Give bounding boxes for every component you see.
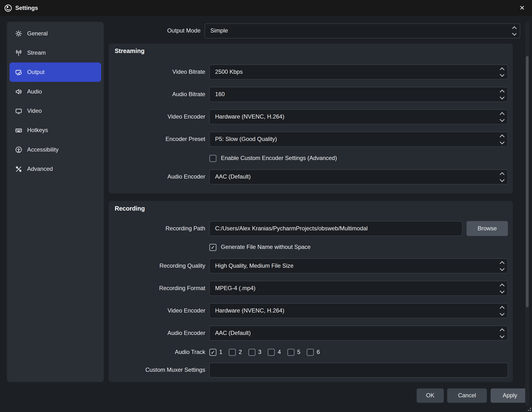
chevron-down-icon[interactable]	[500, 117, 504, 122]
scrollbar-thumb[interactable]	[526, 56, 529, 307]
video-encoder-label: Video Encoder	[114, 113, 205, 120]
sidebar-item-label: Hotkeys	[27, 127, 48, 134]
resize-grip[interactable]	[526, 406, 531, 411]
chevron-down-icon[interactable]	[500, 288, 504, 293]
output-icon	[15, 69, 22, 76]
recording-video-encoder-select[interactable]: Hardware (NVENC, H.264)	[209, 303, 508, 318]
browse-button[interactable]: Browse	[466, 221, 508, 236]
sidebar-item-advanced[interactable]: Advanced	[10, 159, 101, 178]
sidebar-item-output[interactable]: Output	[10, 62, 101, 82]
recording-format-row: Recording Format MPEG-4 (.mp4)	[114, 281, 508, 296]
encoder-preset-select[interactable]: P5: Slow (Good Quality)	[209, 132, 508, 147]
chevron-down-icon[interactable]	[500, 311, 504, 316]
chevron-up-icon[interactable]	[500, 89, 504, 94]
keyboard-icon	[15, 127, 22, 134]
scrollbar-track[interactable]	[525, 22, 529, 406]
stream-audio-encoder-select[interactable]: AAC (Default)	[209, 169, 508, 184]
custom-muxer-label: Custom Muxer Settings	[114, 367, 205, 373]
audio-track-5-checkbox[interactable]	[287, 349, 295, 356]
audio-track-3-checkbox[interactable]	[248, 349, 256, 356]
audio-track-3: 3	[248, 349, 261, 356]
audio-track-1-checkbox[interactable]	[209, 349, 217, 356]
spinner	[501, 110, 504, 124]
audio-track-5: 5	[287, 349, 300, 356]
stream-video-encoder-value: Hardware (NVENC, H.264)	[215, 113, 285, 120]
chevron-up-icon[interactable]	[500, 134, 504, 139]
sidebar-item-label: Video	[27, 108, 42, 114]
generate-filename-checkbox[interactable]	[209, 244, 217, 251]
output-mode-label: Output Mode	[109, 28, 200, 34]
chevron-down-icon[interactable]	[500, 177, 504, 182]
sidebar-item-video[interactable]: Video	[10, 101, 101, 120]
sidebar-item-label: General	[27, 30, 48, 37]
close-button[interactable]: ✕	[515, 0, 529, 16]
encoder-preset-row: Encoder Preset P5: Slow (Good Quality)	[114, 132, 508, 147]
stream-audio-encoder-value: AAC (Default)	[215, 174, 251, 180]
audio-bitrate-label: Audio Bitrate	[114, 91, 205, 98]
audio-track-5-label: 5	[297, 349, 300, 355]
video-bitrate-spinbox[interactable]: 2500 Kbps	[209, 65, 508, 79]
chevron-down-icon[interactable]	[500, 94, 504, 99]
chevron-up-icon[interactable]	[512, 27, 516, 31]
ok-button[interactable]: OK	[417, 388, 444, 402]
recording-audio-encoder-value: AAC (Default)	[215, 330, 251, 337]
chevron-up-icon[interactable]	[500, 328, 504, 333]
recording-format-select[interactable]: MPEG-4 (.mp4)	[209, 281, 508, 296]
chevron-down-icon[interactable]	[500, 333, 504, 338]
recording-quality-row: Recording Quality High Quality, Medium F…	[114, 258, 508, 274]
audio-bitrate-select[interactable]: 160	[209, 87, 508, 102]
spinner	[501, 65, 504, 79]
streaming-section: Streaming Video Bitrate 2500 Kbps Audio …	[109, 43, 513, 194]
sidebar-item-general[interactable]: General	[10, 24, 101, 43]
spinner	[501, 259, 504, 273]
video-bitrate-label: Video Bitrate	[114, 69, 205, 75]
sidebar-item-accessibility[interactable]: Accessibility	[10, 140, 101, 159]
sidebar-item-hotkeys[interactable]: Hotkeys	[10, 120, 101, 140]
sidebar-item-label: Stream	[27, 49, 46, 56]
audio-track-row: Audio Track 1 2 3 4	[114, 348, 508, 356]
chevron-up-icon[interactable]	[500, 261, 504, 266]
audio-encoder-label: Audio Encoder	[114, 330, 205, 337]
output-mode-row: Output Mode Simple	[109, 23, 520, 38]
window-title: Settings	[15, 5, 38, 11]
audio-track-3-label: 3	[258, 349, 261, 355]
video-bitrate-value: 2500 Kbps	[215, 69, 243, 75]
audio-track-group: 1 2 3 4 5	[209, 348, 323, 356]
chevron-up-icon[interactable]	[500, 172, 504, 177]
stream-audio-encoder-row: Audio Encoder AAC (Default)	[114, 169, 508, 184]
chevron-up-icon[interactable]	[500, 306, 504, 311]
stream-video-encoder-select[interactable]: Hardware (NVENC, H.264)	[209, 109, 508, 124]
chevron-up-icon[interactable]	[500, 112, 504, 117]
custom-muxer-input[interactable]	[209, 363, 508, 378]
audio-track-4-checkbox[interactable]	[268, 349, 275, 356]
audio-track-6-label: 6	[317, 349, 320, 355]
sidebar-item-stream[interactable]: Stream	[10, 43, 101, 62]
chevron-down-icon[interactable]	[512, 31, 516, 35]
sidebar-item-audio[interactable]: Audio	[10, 82, 101, 101]
custom-encoder-settings-checkbox[interactable]	[209, 155, 217, 162]
chevron-down-icon[interactable]	[500, 266, 504, 271]
recording-section: Recording Recording Path Browse Generate…	[109, 201, 513, 382]
chevron-up-icon[interactable]	[500, 68, 504, 72]
sidebar-item-label: Output	[27, 69, 45, 75]
audio-track-6-checkbox[interactable]	[307, 349, 314, 356]
audio-track-2-checkbox[interactable]	[229, 349, 236, 356]
spinner	[501, 281, 504, 295]
apply-button[interactable]: Apply	[491, 388, 529, 402]
chevron-down-icon[interactable]	[500, 72, 504, 76]
recording-quality-select[interactable]: High Quality, Medium File Size	[209, 258, 508, 274]
chevron-up-icon[interactable]	[500, 283, 504, 288]
audio-encoder-label: Audio Encoder	[114, 174, 205, 180]
gear-icon	[15, 30, 22, 37]
custom-encoder-settings-label: Enable Custom Encoder Settings (Advanced…	[221, 155, 337, 162]
chevron-down-icon[interactable]	[500, 139, 504, 144]
recording-path-input[interactable]	[209, 221, 462, 236]
obs-logo-icon	[4, 4, 12, 12]
cancel-button[interactable]: Cancel	[447, 388, 487, 402]
audio-track-label: Audio Track	[114, 349, 205, 355]
settings-sidebar: General Stream Output	[7, 22, 104, 382]
spinner	[513, 24, 516, 38]
output-mode-select[interactable]: Simple	[205, 23, 520, 38]
recording-audio-encoder-select[interactable]: AAC (Default)	[209, 326, 508, 341]
audio-track-1-label: 1	[219, 349, 222, 355]
